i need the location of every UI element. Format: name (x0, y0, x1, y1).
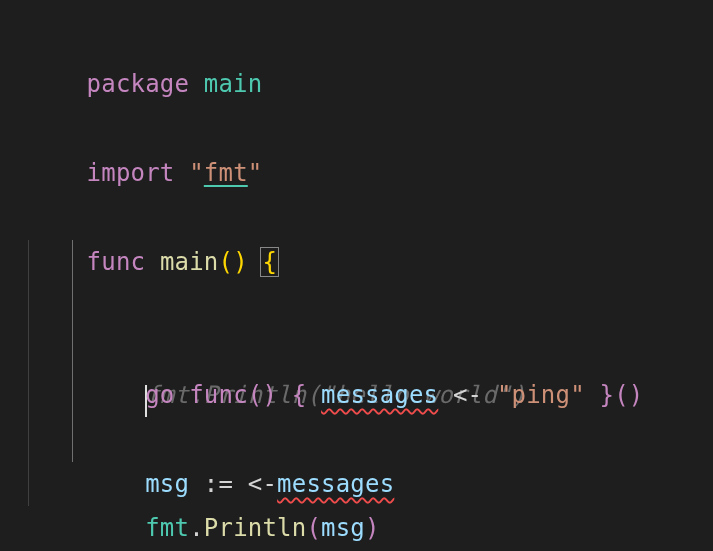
code-line[interactable]: fmt.Println(msg) (28, 462, 713, 506)
code-line[interactable]: msg := <-messages (28, 418, 713, 462)
code-line[interactable]: import "fmt" (28, 107, 713, 151)
code-line-blank[interactable] (28, 240, 713, 284)
code-line-blank[interactable] (28, 373, 713, 417)
code-line[interactable]: func main() { (28, 196, 713, 240)
code-line-suggestion[interactable]: fmt.Println("hello world") (28, 284, 713, 328)
code-editor[interactable]: package main import "fmt" func main() { … (0, 0, 713, 551)
current-line-highlight (28, 284, 713, 328)
code-line[interactable]: package main (28, 18, 713, 62)
code-line-blank[interactable] (28, 151, 713, 195)
code-line[interactable]: go func() { messages <- "ping" }() (28, 329, 713, 373)
code-line[interactable]: } (28, 506, 713, 550)
code-line-blank[interactable] (28, 62, 713, 106)
